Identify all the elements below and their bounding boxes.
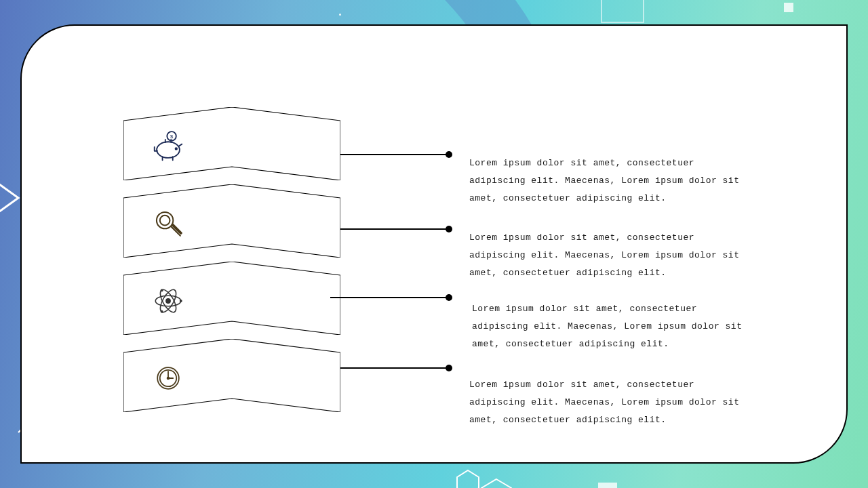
piggy-bank-icon: $ (148, 126, 189, 167)
square-outline-decoration (601, 0, 644, 23)
chevron-item-4 (123, 339, 340, 412)
triangle-outline-decoration (0, 183, 22, 213)
atom-icon (148, 281, 189, 321)
chevron-item-3 (123, 262, 340, 335)
item-text-1: Lorem ipsum dolor sit amet, consectetuer… (469, 155, 741, 207)
svg-point-17 (166, 299, 170, 303)
svg-point-18 (180, 300, 182, 302)
connector-line-1 (340, 154, 449, 155)
connector-dot (446, 294, 452, 301)
svg-marker-2 (481, 479, 511, 488)
square-decoration (598, 483, 617, 488)
chevron-item-2 (123, 184, 340, 258)
svg-point-20 (161, 310, 163, 313)
content-panel: $ (20, 24, 848, 464)
chevron-list: $ (123, 107, 340, 416)
svg-point-19 (161, 289, 163, 291)
svg-point-10 (160, 216, 170, 226)
connector-line-4 (340, 367, 449, 369)
item-text-4: Lorem ipsum dolor sit amet, consectetuer… (469, 376, 741, 429)
connector-dot (446, 226, 452, 232)
chevron-item-1: $ (123, 107, 340, 180)
svg-point-5 (176, 148, 178, 150)
hex-outline-decoration (477, 477, 515, 488)
magnifier-icon (148, 203, 189, 244)
connector-dot (446, 365, 452, 371)
connector-line-2 (340, 228, 449, 230)
svg-text:$: $ (170, 134, 174, 140)
connector-dot (446, 151, 452, 158)
item-text-3: Lorem ipsum dolor sit amet, consectetuer… (472, 300, 743, 353)
connector-line-3 (330, 297, 449, 298)
square-decoration (784, 3, 793, 12)
svg-point-26 (167, 378, 170, 380)
svg-marker-1 (457, 470, 479, 488)
dot-decoration (339, 14, 341, 16)
item-text-2: Lorem ipsum dolor sit amet, consectetuer… (469, 229, 741, 282)
clock-icon (148, 358, 189, 399)
